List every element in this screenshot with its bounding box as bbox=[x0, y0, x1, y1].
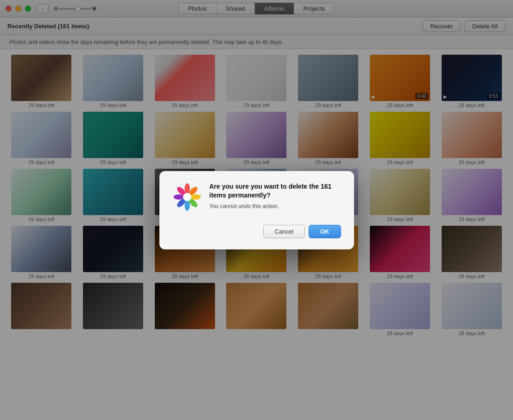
svg-point-3 bbox=[190, 194, 201, 200]
svg-point-1 bbox=[184, 183, 190, 194]
ok-button[interactable]: OK bbox=[309, 225, 341, 238]
modal-overlay: Are you sure you want to delete the 161 … bbox=[0, 0, 513, 420]
modal-text: Are you sure you want to delete the 161 … bbox=[209, 182, 341, 210]
delete-confirmation-modal: Are you sure you want to delete the 161 … bbox=[159, 171, 354, 249]
modal-title: Are you sure you want to delete the 161 … bbox=[209, 182, 341, 200]
svg-point-5 bbox=[184, 200, 190, 210]
modal-subtitle: You cannot undo this action. bbox=[209, 203, 341, 210]
svg-point-7 bbox=[173, 194, 184, 200]
svg-point-9 bbox=[183, 193, 191, 201]
modal-header: Are you sure you want to delete the 161 … bbox=[172, 182, 341, 212]
photos-app-icon bbox=[172, 182, 202, 212]
modal-buttons: Cancel OK bbox=[172, 225, 341, 238]
cancel-button[interactable]: Cancel bbox=[263, 225, 305, 238]
